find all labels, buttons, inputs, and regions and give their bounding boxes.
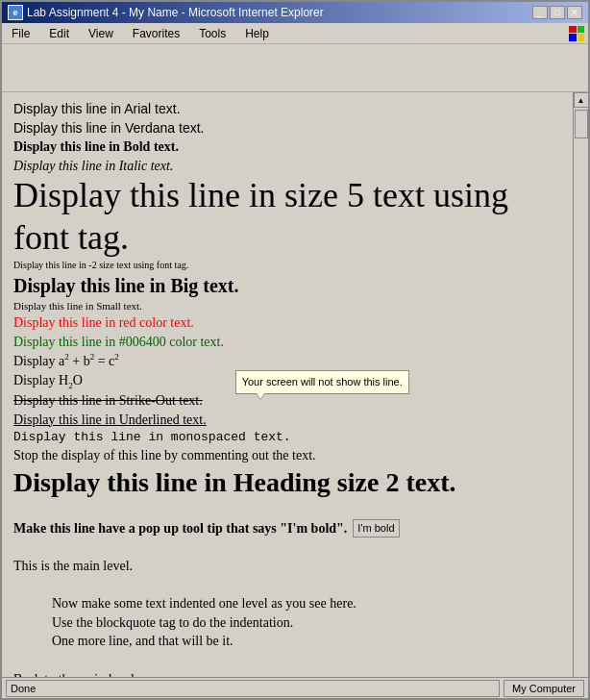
main-level-1: This is the main level. [13, 557, 561, 576]
content-area: Display this line in Arial text. Display… [2, 92, 588, 677]
title-bar: e Lab Assignment 4 - My Name - Microsoft… [2, 2, 588, 23]
line-bold: Display this line in Bold text. [13, 138, 561, 157]
menu-help[interactable]: Help [239, 25, 275, 42]
line-big: Display this line in Big text. [13, 272, 561, 299]
heading2: Display this line in Heading size 2 text… [13, 465, 561, 500]
status-computer-panel: My Computer [504, 680, 584, 697]
maximize-button[interactable]: □ [550, 6, 565, 19]
title-bar-left: e Lab Assignment 4 - My Name - Microsoft… [8, 5, 324, 20]
line-superscript: Display a2 + b2 = c2 [13, 351, 561, 370]
menu-view[interactable]: View [83, 25, 119, 42]
status-done: Done [6, 680, 500, 697]
blockquote-line2: Use the blockquote tag to do the indenta… [52, 613, 561, 633]
ie-icon: e [8, 5, 23, 20]
tooltip-target: I'm bold [353, 519, 399, 538]
underline-row: Display this line in Underlined text. Yo… [13, 411, 561, 430]
menu-bar: File Edit View Favorites Tools Help [2, 23, 588, 44]
line-small: Display this line in Small text. [13, 299, 561, 313]
line-verdana: Display this line in Verdana text. [13, 119, 561, 138]
line-size5: Display this line in size 5 text using f… [13, 175, 561, 258]
toolbar-area [2, 44, 588, 92]
bold-popup-text: Make this line have a pop up tool tip th… [13, 519, 347, 538]
scrollbar-right[interactable]: ▲ [573, 92, 588, 677]
line-arial: Display this line in Arial text. [13, 100, 561, 119]
line-mono: Display this line in monospaced text. [13, 429, 561, 446]
windows-logo [569, 26, 584, 41]
menu-favorites[interactable]: Favorites [127, 25, 185, 42]
status-right: My Computer [504, 680, 584, 697]
status-computer-text: My Computer [512, 683, 576, 694]
window-title: Lab Assignment 4 - My Name - Microsoft I… [27, 6, 324, 19]
line-underline: Display this line in Underlined text. [13, 411, 207, 430]
line-italic: Display this line in Italic text. [13, 157, 561, 176]
status-bar: Done My Computer [2, 677, 588, 698]
blockquote: Now make some text indented one level as… [52, 594, 561, 651]
scroll-thumb[interactable] [575, 110, 588, 138]
menu-file[interactable]: File [6, 25, 36, 42]
menu-tools[interactable]: Tools [193, 25, 232, 42]
scroll-up-button[interactable]: ▲ [574, 92, 589, 108]
main-level-2: Back to the main level. [13, 670, 561, 677]
blockquote-line3: One more line, and that will be it. [52, 632, 561, 651]
line-small-minus2: Display this line in -2 size text using … [13, 259, 561, 272]
menu-edit[interactable]: Edit [43, 25, 75, 42]
window-frame: e Lab Assignment 4 - My Name - Microsoft… [0, 0, 590, 700]
line-commented: Stop the display of this line by comment… [13, 446, 561, 465]
close-button[interactable]: ✕ [567, 6, 582, 19]
line-green: Display this line in #006400 color text. [13, 333, 561, 352]
status-done-text: Done [11, 683, 36, 694]
page-content: Display this line in Arial text. Display… [2, 92, 573, 677]
bold-popup-line: Make this line have a pop up tool tip th… [13, 519, 561, 538]
blockquote-line1: Now make some text indented one level as… [52, 594, 561, 613]
line-red: Display this line in red color text. [13, 313, 561, 333]
title-bar-controls[interactable]: _ □ ✕ [532, 6, 582, 19]
minimize-button[interactable]: _ [532, 6, 548, 19]
tooltip-box: Your screen will not show this line. [235, 370, 409, 394]
